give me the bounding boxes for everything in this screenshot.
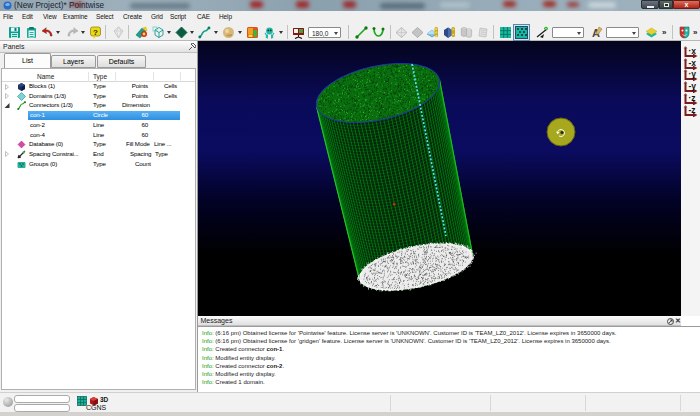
svg-text:·x: ·x bbox=[689, 46, 697, 56]
svg-text:-y: -y bbox=[689, 81, 697, 91]
svg-text:?: ? bbox=[93, 28, 98, 37]
svg-text:-z: -z bbox=[689, 105, 696, 115]
svg-text:·y: ·y bbox=[689, 69, 697, 79]
svg-text:-x: -x bbox=[689, 58, 697, 68]
svg-text:·z: ·z bbox=[689, 93, 696, 103]
